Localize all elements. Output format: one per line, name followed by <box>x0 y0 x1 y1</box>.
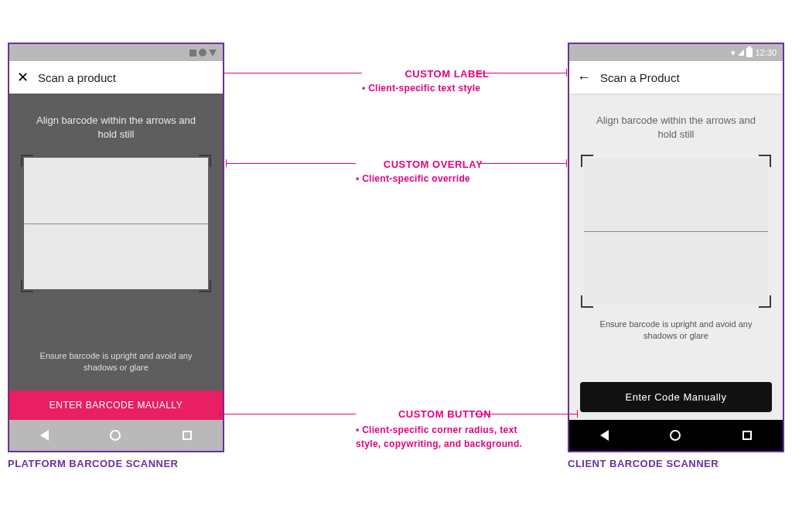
annotation-cap <box>226 159 227 167</box>
instruction-top: Align barcode within the arrows and hold… <box>591 114 761 141</box>
recents-nav-icon[interactable] <box>742 431 752 440</box>
annotation-custom-button: CUSTOM BUTTON Client-specific corner rad… <box>356 408 534 451</box>
client-phone-mock: ▾ 12:30 ← Scan a Product Align barcode w… <box>568 43 784 452</box>
status-icons: ▾ 12:30 <box>731 48 777 58</box>
instruction-bottom: Ensure barcode is upright and avoid any … <box>31 350 201 373</box>
scan-frame <box>584 158 768 305</box>
back-arrow-icon[interactable]: ← <box>577 70 591 86</box>
recents-nav-icon[interactable] <box>183 431 192 440</box>
home-nav-icon[interactable] <box>670 430 681 441</box>
scanner-overlay: Align barcode within the arrows and hold… <box>569 94 783 373</box>
instruction-bottom: Ensure barcode is upright and avoid any … <box>591 319 761 342</box>
back-nav-icon[interactable] <box>40 430 49 441</box>
scanner-overlay: Align barcode within the arrows and hold… <box>9 94 223 390</box>
status-bar: ▾ 12:30 <box>569 44 783 61</box>
enter-manually-button[interactable]: ENTER BARCODE MAUALLY <box>9 390 223 420</box>
page-title: Scan a Product <box>600 71 680 84</box>
page-title: Scan a product <box>38 71 116 84</box>
status-icons <box>189 49 217 56</box>
annotation-custom-label: CUSTOM LABEL Client-specific text style <box>362 68 532 94</box>
android-navbar <box>9 420 223 451</box>
status-bar <box>9 44 223 61</box>
clock: 12:30 <box>755 48 777 57</box>
battery-icon <box>746 48 753 57</box>
instruction-top: Align barcode within the arrows and hold… <box>31 114 201 141</box>
annotation-cap <box>220 410 220 418</box>
home-nav-icon[interactable] <box>110 430 121 441</box>
annotation-line <box>220 414 356 414</box>
android-navbar <box>569 420 783 451</box>
close-icon[interactable]: ✕ <box>17 70 29 84</box>
annotation-line <box>226 163 356 164</box>
caption-right: CLIENT BARCODE SCANNER <box>568 458 719 469</box>
annotation-custom-overlay: CUSTOM OVERLAY Client-specific override <box>356 159 510 184</box>
annotation-cap <box>577 410 578 418</box>
scan-frame <box>24 158 208 289</box>
enter-manually-button[interactable]: Enter Code Manually <box>580 382 772 412</box>
back-nav-icon[interactable] <box>600 430 609 441</box>
annotation-cap <box>566 159 567 167</box>
caption-left: PLATFORM BARCODE SCANNER <box>8 458 178 469</box>
app-bar: ← Scan a Product <box>569 61 783 94</box>
annotation-cap <box>566 69 567 77</box>
app-bar: ✕ Scan a product <box>9 61 223 94</box>
platform-phone-mock: ✕ Scan a product Align barcode within th… <box>8 43 224 452</box>
signal-icon <box>738 49 744 56</box>
